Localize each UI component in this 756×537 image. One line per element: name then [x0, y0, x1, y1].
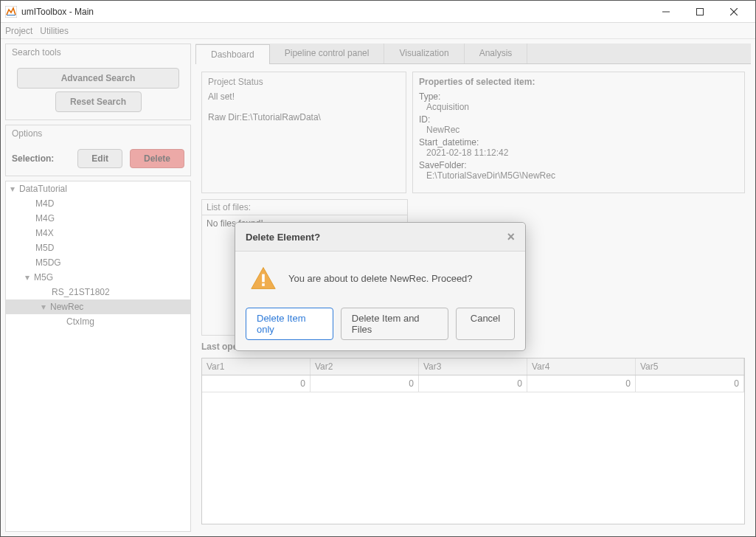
prop-save-val: E:\TutorialSaveDir\M5G\NewRec: [426, 170, 738, 181]
svg-rect-6: [262, 274, 265, 283]
tree-item[interactable]: M4D: [6, 196, 190, 211]
tree-item-label: NewRec: [50, 302, 83, 312]
th: Var4: [527, 358, 636, 375]
svg-rect-3: [697, 8, 704, 15]
tree-item[interactable]: M5D: [6, 240, 190, 255]
files-title: List of files:: [202, 200, 407, 215]
prop-type-val: Acquisition: [426, 102, 738, 112]
dialog-message: You are about to delete NewRec. Proceed?: [288, 273, 473, 284]
tab-pipeline[interactable]: Pipeline control panel: [270, 44, 385, 63]
td: 0: [419, 375, 527, 392]
app-icon: [5, 6, 17, 18]
td: 0: [202, 375, 311, 392]
delete-item-only-button[interactable]: Delete Item only: [246, 308, 333, 340]
tree-item-label: M5G: [34, 272, 53, 283]
project-status-line2: Raw Dir:E:\TutorialRawData\: [208, 112, 400, 122]
tree-item[interactable]: M5DG: [6, 255, 190, 270]
project-status-panel: Project Status All set! Raw Dir:E:\Tutor…: [201, 72, 406, 193]
edit-button[interactable]: Edit: [77, 149, 122, 168]
tree-item[interactable]: M4G: [6, 211, 190, 226]
svg-rect-7: [262, 283, 265, 286]
project-tree[interactable]: ▾DataTutorial M4D M4G M4X M5D M5DG ▾M5G …: [5, 181, 191, 532]
tree-root-label: DataTutorial: [19, 184, 67, 194]
project-status-title: Project Status: [208, 77, 400, 87]
lastops-table: Var1 Var2 Var3 Var4 Var5 0 0 0 0 0: [201, 358, 745, 524]
th: Var5: [636, 358, 744, 375]
tab-bar: Dashboard Pipeline control panel Visuali…: [195, 44, 751, 64]
project-status-line1: All set!: [208, 91, 400, 102]
tab-visualization[interactable]: Visualization: [384, 44, 464, 63]
th: Var3: [419, 358, 527, 375]
tree-item[interactable]: RS_21ST1802: [6, 285, 190, 299]
menubar: Project Utilities: [1, 23, 755, 39]
properties-panel: Properties of selected item: Type: Acqui…: [412, 72, 745, 193]
properties-title: Properties of selected item:: [419, 77, 738, 87]
tab-dashboard[interactable]: Dashboard: [195, 44, 270, 64]
prop-type-key: Type:: [419, 91, 738, 102]
advanced-search-button[interactable]: Advanced Search: [17, 68, 179, 89]
tab-analysis[interactable]: Analysis: [465, 44, 528, 63]
options-panel-title: Options: [6, 125, 190, 142]
search-panel: Search tools Advanced Search Reset Searc…: [5, 44, 191, 120]
window-controls: [649, 1, 751, 22]
minimize-button[interactable]: [649, 1, 683, 22]
dialog-close-icon[interactable]: ×: [507, 230, 515, 243]
td: 0: [527, 375, 636, 392]
svg-rect-1: [7, 15, 15, 15]
tree-item-m5g[interactable]: ▾M5G: [6, 270, 190, 285]
delete-button[interactable]: Delete: [130, 149, 184, 168]
close-button[interactable]: [717, 1, 751, 22]
prop-start-val: 2021-02-18 11:12:42: [426, 148, 738, 158]
tree-root[interactable]: ▾DataTutorial: [6, 181, 190, 196]
reset-search-button[interactable]: Reset Search: [55, 91, 142, 112]
tree-item[interactable]: CtxImg: [6, 314, 190, 329]
table-header: Var1 Var2 Var3 Var4 Var5: [202, 358, 744, 375]
window-title: umIToolbox - Main: [21, 7, 649, 17]
tree-item-newrec[interactable]: ▾NewRec: [6, 299, 190, 314]
titlebar: umIToolbox - Main: [1, 1, 755, 23]
selection-label: Selection:: [12, 153, 70, 164]
warning-icon: [250, 265, 277, 291]
prop-save-key: SaveFolder:: [419, 160, 738, 170]
menu-utilities[interactable]: Utilities: [40, 26, 69, 36]
dialog-title: Delete Element?: [246, 232, 320, 243]
prop-start-key: Start_datetime:: [419, 137, 738, 148]
td: 0: [311, 375, 419, 392]
delete-dialog: Delete Element? × You are about to delet…: [235, 222, 526, 351]
table-row: 0 0 0 0 0: [202, 375, 744, 392]
search-panel-title: Search tools: [6, 44, 190, 60]
tree-item[interactable]: M4X: [6, 226, 190, 240]
app-window: umIToolbox - Main Project Utilities Sear…: [0, 0, 756, 537]
maximize-button[interactable]: [683, 1, 717, 22]
options-panel: Options Selection: Edit Delete: [5, 125, 191, 176]
delete-item-and-files-button[interactable]: Delete Item and Files: [341, 308, 448, 340]
cancel-button[interactable]: Cancel: [456, 308, 515, 340]
th: Var2: [311, 358, 419, 375]
prop-id-key: ID:: [419, 114, 738, 125]
td: 0: [636, 375, 744, 392]
th: Var1: [202, 358, 311, 375]
left-column: Search tools Advanced Search Reset Searc…: [5, 44, 191, 532]
menu-project[interactable]: Project: [5, 26, 32, 36]
prop-id-val: NewRec: [426, 125, 738, 135]
